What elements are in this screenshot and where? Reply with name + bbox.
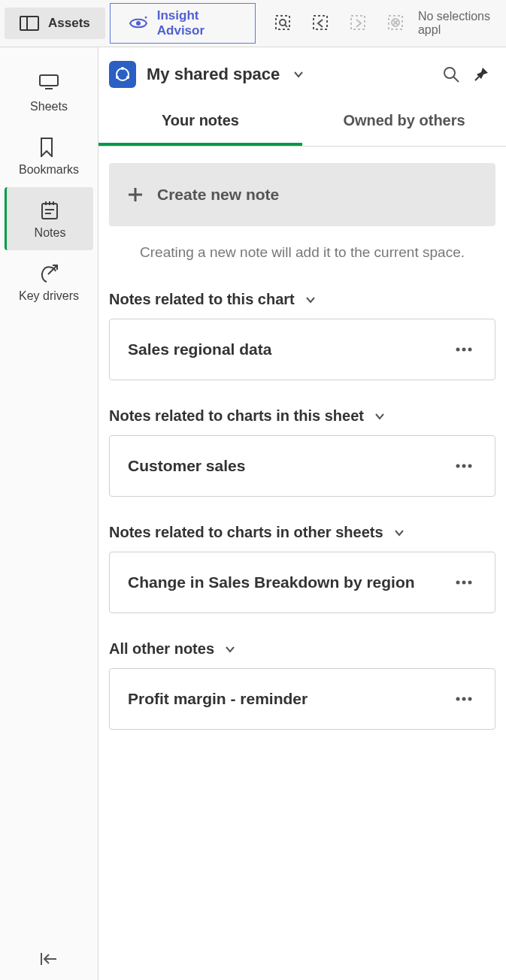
left-sidebar: Sheets Bookmarks Notes Key drivers (0, 47, 98, 980)
svg-rect-3 (276, 16, 289, 29)
search-button[interactable] (441, 65, 461, 84)
smart-search-icon[interactable] (274, 14, 293, 33)
svg-point-23 (126, 76, 129, 79)
svg-point-35 (456, 581, 460, 585)
space-title: My shared space (147, 65, 280, 84)
section-header-related-chart[interactable]: Notes related to this chart (109, 285, 495, 319)
svg-point-29 (456, 348, 460, 352)
more-icon (456, 697, 472, 701)
notes-icon (41, 201, 60, 220)
insight-label: Insight Advisor (157, 8, 237, 38)
svg-point-2 (136, 21, 141, 26)
svg-rect-7 (351, 16, 365, 29)
note-card[interactable]: Sales regional data (109, 319, 495, 380)
plus-icon (127, 186, 144, 203)
sidebar-item-key-drivers[interactable]: Key drivers (0, 250, 98, 313)
sidebar-item-label: Key drivers (19, 289, 79, 303)
more-icon (456, 464, 472, 468)
note-title: Change in Sales Breakdown by region (128, 573, 415, 591)
notes-panel: My shared space Your notes Owned by othe… (98, 47, 506, 980)
sidebar-item-label: Sheets (30, 100, 68, 113)
notes-tabs: Your notes Owned by others (98, 97, 506, 147)
svg-point-4 (280, 20, 286, 26)
section-title: Notes related to charts in other sheets (109, 524, 383, 541)
note-more-button[interactable] (451, 459, 477, 473)
create-note-help-text: Creating a new note will add it to the c… (109, 226, 495, 285)
space-dropdown-button[interactable] (290, 68, 307, 81)
selections-status-text: No selections appl (418, 10, 506, 37)
svg-line-25 (453, 77, 459, 82)
tab-owned-by-others[interactable]: Owned by others (302, 97, 506, 146)
svg-point-30 (462, 348, 466, 352)
svg-point-38 (456, 697, 460, 701)
svg-rect-6 (314, 16, 327, 29)
note-card[interactable]: Profit margin - reminder (109, 668, 495, 730)
chevron-down-icon (225, 646, 235, 653)
sidebar-item-label: Notes (35, 226, 66, 240)
svg-point-20 (117, 68, 129, 80)
section-title: Notes related to this chart (109, 291, 295, 308)
sidebar-item-bookmarks[interactable]: Bookmarks (0, 124, 98, 187)
note-more-button[interactable] (451, 576, 477, 589)
collapse-sidebar-button[interactable] (26, 938, 71, 980)
chevron-down-icon (293, 71, 304, 78)
create-note-label: Create new note (157, 186, 279, 204)
section-header-related-sheet[interactable]: Notes related to charts in this sheet (109, 401, 495, 435)
svg-point-32 (456, 464, 460, 468)
svg-point-39 (462, 697, 466, 701)
collapse-icon (40, 951, 58, 966)
chevron-down-icon (394, 529, 404, 537)
search-icon (442, 65, 460, 83)
eye-icon (129, 17, 148, 30)
svg-rect-13 (42, 204, 57, 219)
svg-rect-0 (20, 17, 38, 30)
more-icon (456, 580, 472, 585)
insight-advisor-button[interactable]: Insight Advisor (110, 3, 256, 44)
section-title: Notes related to charts in this sheet (109, 407, 364, 425)
svg-line-26 (475, 77, 479, 80)
sidebar-item-sheets[interactable]: Sheets (0, 61, 98, 124)
pin-button[interactable] (471, 65, 491, 84)
panel-icon (20, 16, 39, 31)
tab-label: Owned by others (343, 112, 465, 129)
svg-point-21 (121, 67, 124, 70)
assets-label: Assets (48, 16, 90, 31)
sidebar-item-notes[interactable]: Notes (5, 187, 93, 250)
svg-rect-12 (40, 75, 58, 86)
svg-point-40 (468, 697, 472, 701)
section-header-related-other-sheets[interactable]: Notes related to charts in other sheets (109, 518, 495, 552)
note-card[interactable]: Change in Sales Breakdown by region (109, 552, 495, 613)
pin-icon (473, 66, 489, 83)
svg-point-24 (444, 68, 455, 78)
note-title: Customer sales (128, 457, 245, 475)
svg-point-22 (116, 76, 119, 79)
note-card[interactable]: Customer sales (109, 435, 495, 497)
panel-body: Create new note Creating a new note will… (98, 147, 506, 730)
top-toolbar: Assets Insight Advisor No selections app… (0, 0, 506, 47)
tab-label: Your notes (162, 112, 239, 129)
section-title: All other notes (109, 640, 214, 658)
selections-back-icon[interactable] (311, 14, 331, 33)
clear-selections-icon (386, 14, 406, 33)
bookmark-icon (39, 138, 59, 157)
selection-toolbar (274, 0, 406, 47)
tab-your-notes[interactable]: Your notes (98, 97, 302, 146)
create-note-button[interactable]: Create new note (109, 163, 495, 226)
svg-point-34 (468, 464, 472, 468)
assets-button[interactable]: Assets (5, 8, 105, 39)
sidebar-item-label: Bookmarks (19, 163, 79, 177)
more-icon (456, 347, 472, 352)
svg-point-36 (462, 581, 466, 585)
svg-point-33 (462, 464, 466, 468)
svg-point-31 (468, 348, 472, 352)
section-header-all-other[interactable]: All other notes (109, 634, 495, 668)
panel-header: My shared space (98, 47, 506, 97)
main-layout: Sheets Bookmarks Notes Key drivers (0, 47, 506, 980)
note-title: Profit margin - reminder (128, 690, 308, 708)
note-more-button[interactable] (451, 692, 477, 706)
space-badge-icon (109, 61, 136, 88)
key-drivers-icon (39, 264, 59, 283)
note-more-button[interactable] (451, 343, 477, 356)
chevron-down-icon (305, 296, 316, 304)
sheets-icon (39, 74, 59, 94)
